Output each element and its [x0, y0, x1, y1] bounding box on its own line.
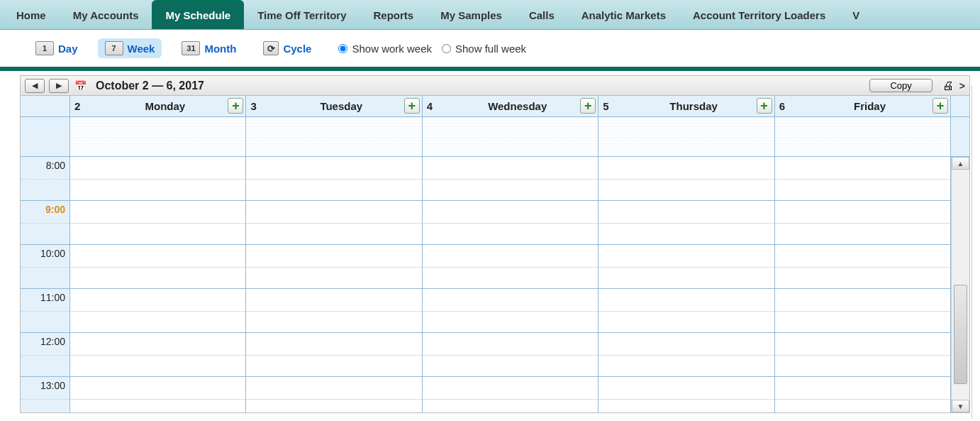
scroll-down-button[interactable]: ▼ [952, 400, 969, 412]
tab-analytic-markets[interactable]: Analytic Markets [568, 0, 679, 29]
time-slot[interactable] [246, 245, 421, 289]
view-day-button[interactable]: 1 Day [28, 38, 85, 58]
scroll-up-button[interactable]: ▲ [952, 157, 969, 170]
day-columns [70, 157, 951, 412]
day-headers: 2 Monday + 3 Tuesday + 4 Wednesday + 5 T… [21, 96, 969, 117]
time-slot[interactable] [598, 289, 774, 333]
time-slot[interactable] [70, 245, 245, 289]
view-week-button[interactable]: 7 Week [98, 38, 162, 58]
week-icon: 7 [105, 41, 123, 55]
calendar-icon[interactable]: 📅 [73, 80, 87, 92]
vertical-scrollbar[interactable]: ▲ ▼ [951, 157, 969, 412]
day-header-wednesday[interactable]: 4 Wednesday + [423, 96, 598, 117]
allday-cell-thursday[interactable] [598, 117, 774, 157]
day-column-monday[interactable] [70, 157, 246, 412]
month-icon: 31 [182, 41, 200, 55]
hour-label-current: 9:00 [21, 201, 69, 245]
refresh-icon: ⟳ [263, 41, 279, 55]
day-column-friday[interactable] [775, 157, 951, 412]
time-slot[interactable] [598, 245, 774, 289]
view-cycle-label: Cycle [283, 43, 311, 55]
time-slot[interactable] [246, 289, 421, 333]
time-slot[interactable] [70, 289, 245, 333]
time-slot[interactable] [423, 157, 598, 201]
allday-cell-tuesday[interactable] [246, 117, 422, 157]
scroll-thumb[interactable] [954, 285, 967, 384]
radio-show-full-week[interactable]: Show full week [442, 43, 526, 55]
tab-account-territory-loaders[interactable]: Account Territory Loaders [679, 0, 839, 29]
time-slot[interactable] [246, 201, 421, 245]
tab-time-off-territory[interactable]: Time Off Territory [244, 0, 360, 29]
time-slot[interactable] [775, 377, 950, 412]
day-header-tuesday[interactable]: 3 Tuesday + [246, 96, 422, 117]
prev-week-button[interactable]: ◀ [25, 79, 45, 93]
add-event-button[interactable]: + [580, 98, 596, 114]
time-slot[interactable] [423, 333, 598, 377]
radio-work-week-input[interactable] [338, 44, 347, 53]
time-gutter: 8:00 9:00 10:00 11:00 12:00 13:00 [21, 157, 70, 412]
day-column-tuesday[interactable] [246, 157, 422, 412]
time-slot[interactable] [423, 377, 598, 412]
day-header-monday[interactable]: 2 Monday + [70, 96, 246, 117]
time-slot[interactable] [423, 289, 598, 333]
day-number: 4 [423, 100, 437, 112]
time-slot[interactable] [598, 377, 774, 412]
expand-icon[interactable]: > [959, 80, 965, 92]
day-name: Thursday [613, 100, 774, 112]
time-slot[interactable] [775, 245, 950, 289]
tab-overflow[interactable]: V [839, 0, 864, 29]
time-slot[interactable] [598, 201, 774, 245]
time-slot[interactable] [246, 157, 421, 201]
view-month-button[interactable]: 31 Month [174, 38, 243, 58]
view-cycle-button[interactable]: ⟳ Cycle [256, 38, 318, 58]
printer-icon[interactable]: 🖨 [942, 80, 954, 92]
time-slot[interactable] [775, 157, 950, 201]
tab-reports[interactable]: Reports [360, 0, 428, 29]
day-header-friday[interactable]: 6 Friday + [775, 96, 951, 117]
next-week-button[interactable]: ▶ [49, 79, 69, 93]
add-event-button[interactable]: + [404, 98, 420, 114]
time-slot[interactable] [775, 289, 950, 333]
time-slot[interactable] [70, 377, 245, 412]
week-mode-radio-group: Show work week Show full week [338, 43, 526, 55]
time-slot[interactable] [775, 201, 950, 245]
allday-cell-friday[interactable] [775, 117, 951, 157]
allday-gutter [21, 117, 70, 157]
tab-my-samples[interactable]: My Samples [427, 0, 516, 29]
time-slot[interactable] [246, 377, 421, 412]
allday-scroll-gap [951, 117, 969, 157]
add-event-button[interactable]: + [932, 98, 948, 114]
day-column-thursday[interactable] [598, 157, 774, 412]
time-slot[interactable] [598, 157, 774, 201]
time-slot[interactable] [423, 201, 598, 245]
day-name: Monday [84, 100, 245, 112]
view-toolbar: 1 Day 7 Week 31 Month ⟳ Cycle Show work … [0, 30, 980, 71]
top-nav: Home My Accounts My Schedule Time Off Te… [0, 0, 980, 30]
time-slot[interactable] [70, 201, 245, 245]
day-header-thursday[interactable]: 5 Thursday + [598, 96, 774, 117]
radio-show-work-week[interactable]: Show work week [338, 43, 432, 55]
time-slot[interactable] [246, 333, 421, 377]
allday-cell-wednesday[interactable] [423, 117, 598, 157]
tab-home[interactable]: Home [3, 0, 60, 29]
allday-row [21, 117, 969, 157]
time-slot[interactable] [423, 245, 598, 289]
tab-calls[interactable]: Calls [516, 0, 568, 29]
hour-label: 11:00 [21, 289, 69, 333]
time-slot[interactable] [598, 333, 774, 377]
copy-button[interactable]: Copy [869, 79, 932, 92]
tab-my-accounts[interactable]: My Accounts [60, 0, 152, 29]
time-gutter-header [21, 96, 70, 117]
time-slot[interactable] [70, 157, 245, 201]
time-slot[interactable] [775, 333, 950, 377]
day-column-wednesday[interactable] [423, 157, 598, 412]
tab-my-schedule[interactable]: My Schedule [152, 0, 244, 29]
time-slot[interactable] [70, 333, 245, 377]
add-event-button[interactable]: + [757, 98, 772, 114]
hour-label: 13:00 [21, 377, 69, 412]
allday-cell-monday[interactable] [70, 117, 246, 157]
add-event-button[interactable]: + [228, 98, 243, 114]
view-week-label: Week [128, 43, 155, 55]
hour-label: 8:00 [21, 157, 69, 201]
radio-full-week-input[interactable] [442, 44, 451, 53]
